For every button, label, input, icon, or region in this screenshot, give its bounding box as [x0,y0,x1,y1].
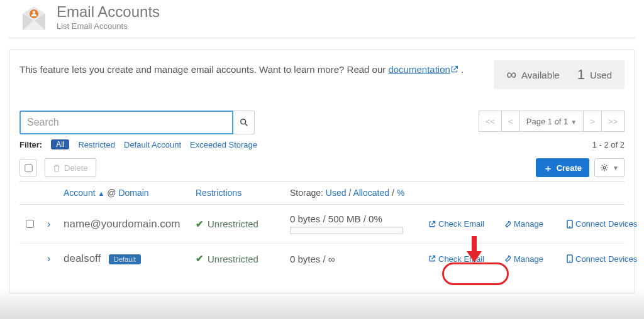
used-value: 1 [577,67,585,83]
sort-asc-icon: ▲ [97,190,104,197]
table-row: › dealsoff Default ✔ Unrestricted 0 byte… [19,243,625,274]
available-label: Available [521,70,560,80]
pager: << < Page 1 of 1▼ > >> [479,111,625,132]
mobile-icon [567,220,573,229]
check-icon: ✔ [196,219,204,230]
main-panel: This feature lets you create and manage … [9,50,635,293]
pager-next[interactable]: > [584,111,602,132]
check-email-link[interactable]: Check Email [428,254,504,264]
check-email-link[interactable]: Check Email [428,219,504,229]
col-restrictions[interactable]: Restrictions [196,188,290,198]
result-count: 1 - 2 of 2 [592,140,625,149]
caret-down-icon: ▼ [570,119,577,126]
external-link-icon [428,220,436,228]
col-storage-label: Storage: [290,188,323,198]
pager-last[interactable]: >> [602,111,625,132]
plus-icon: ＋ [543,163,553,173]
page-title: Email Accounts [57,4,160,20]
col-account[interactable]: Account ▲ [64,188,104,198]
delete-button[interactable]: Delete [45,158,96,177]
wrench-icon [504,220,511,228]
expand-row[interactable]: › [43,253,64,264]
expand-row[interactable]: › [43,219,64,230]
table-header: Account ▲ @ Domain Restrictions Storage:… [19,181,625,204]
svg-point-7 [603,166,606,169]
row-checkbox[interactable] [26,220,34,228]
caret-down-icon: ▼ [613,165,619,171]
intro-post: . [458,64,464,75]
wrench-icon [504,255,511,262]
create-button[interactable]: ＋ Create [536,158,589,177]
page-subtitle: List Email Accounts [57,21,160,31]
filter-exceeded[interactable]: Exceeded Storage [190,140,257,149]
default-badge: Default [109,254,141,264]
search-button[interactable] [233,111,255,134]
filter-restricted[interactable]: Restricted [78,140,115,149]
manage-link[interactable]: Manage [504,254,567,264]
storage-progress [290,227,403,234]
svg-line-6 [245,124,247,126]
manage-link[interactable]: Manage [504,219,567,229]
pager-indicator[interactable]: Page 1 of 1▼ [520,111,584,132]
check-icon: ✔ [196,253,204,264]
connect-devices-link[interactable]: Connect Devices [567,254,637,264]
external-link-icon [450,65,458,75]
table-row: › name@yourdomain.com ✔ Unrestricted 0 b… [19,204,625,243]
external-link-icon [428,255,436,262]
pager-first[interactable]: << [479,111,502,132]
available-value: ∞ [506,67,516,83]
col-at: @ [107,188,116,198]
search-wrap [19,111,255,134]
col-percent[interactable]: % [397,188,404,198]
trash-icon [53,164,60,172]
filter-default[interactable]: Default Account [124,140,181,149]
col-domain[interactable]: Domain [118,188,148,198]
svg-point-4 [33,11,35,13]
search-icon [240,118,248,127]
connect-devices-link[interactable]: Connect Devices [567,219,637,229]
email-cell: name@yourdomain.com [64,218,196,230]
filter-label: Filter: [19,140,42,149]
intro-text: This feature lets you create and manage … [19,64,464,75]
email-cell: dealsoff Default [64,252,196,265]
gear-icon [600,163,609,172]
col-used[interactable]: Used [326,188,347,198]
storage-cell: 0 bytes / 500 MB / 0% [290,214,428,234]
search-input[interactable] [19,111,233,134]
envelope-icon [20,5,48,33]
mobile-icon [567,254,573,263]
col-allocated[interactable]: Allocated [353,188,389,198]
intro-pre: This feature lets you create and manage … [19,64,388,75]
page-header: Email Accounts List Email Accounts [9,0,635,38]
filter-all[interactable]: All [51,139,69,149]
restriction-cell: ✔ Unrestricted [196,253,290,264]
settings-button[interactable]: ▼ [594,158,625,177]
restriction-cell: ✔ Unrestricted [196,219,290,230]
master-checkbox-wrap[interactable] [19,159,37,176]
used-label: Used [590,70,612,80]
svg-point-5 [240,119,245,124]
master-checkbox[interactable] [25,164,32,171]
stats-box: ∞ Available 1 Used [494,60,625,89]
svg-point-9 [569,226,570,227]
svg-point-11 [569,261,570,262]
documentation-link[interactable]: documentation [388,64,458,75]
storage-cell: 0 bytes / ∞ [290,254,428,264]
pager-prev[interactable]: < [502,111,520,132]
